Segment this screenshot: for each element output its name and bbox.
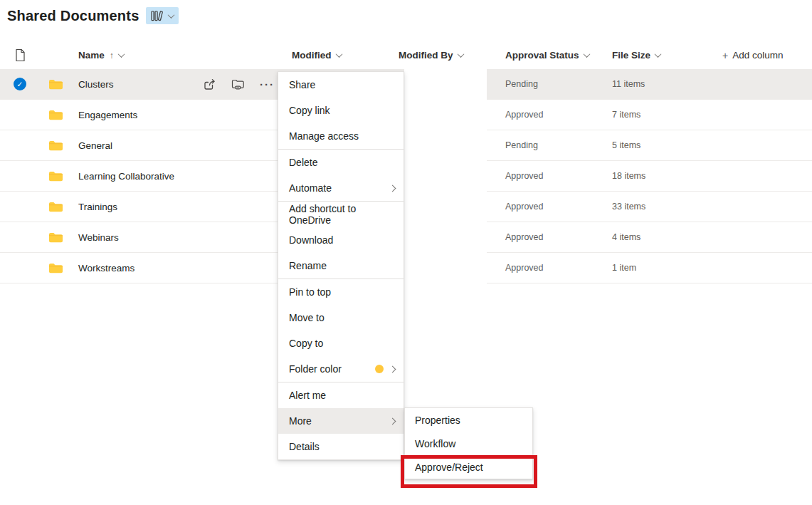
menu-item-label: Rename [289, 260, 327, 271]
submenu-item-approve-reject[interactable]: Approve/Reject [405, 455, 532, 479]
column-header-approval-status[interactable]: Approval Status [498, 50, 605, 61]
menu-item-share[interactable]: Share [278, 72, 404, 98]
menu-item-manage-access[interactable]: Manage access [278, 123, 404, 149]
folder-icon [48, 78, 63, 90]
copy-link-icon[interactable] [231, 78, 245, 90]
blank-overlay [404, 66, 487, 285]
menu-item-label: Copy link [289, 105, 330, 116]
folder-icon-cell [40, 262, 71, 274]
menu-item-folder-color[interactable]: Folder color [278, 356, 404, 382]
menu-item-accessories [375, 365, 395, 373]
submenu-item-properties[interactable]: Properties [405, 408, 532, 432]
column-label: Approval Status [505, 50, 579, 61]
file-size-value: 5 items [612, 140, 640, 150]
approval-status-value: Approved [505, 171, 544, 181]
chevron-down-icon [457, 51, 464, 58]
menu-item-accessories [390, 186, 395, 191]
shared-documents-page: Shared Documents Name ↑ Modified Modifie… [0, 0, 812, 505]
menu-item-delete[interactable]: Delete [278, 150, 404, 175]
folder-name-link[interactable]: Engagements [78, 110, 137, 120]
menu-item-move-to[interactable]: Move to [278, 305, 404, 330]
folder-icon [48, 201, 63, 213]
library-icon [151, 11, 164, 21]
library-icon-slot [151, 11, 164, 21]
folder-icon [48, 140, 63, 152]
folder-name-link[interactable]: Clusters [78, 79, 114, 90]
column-label: Name [78, 50, 105, 61]
file-size-cell: 18 items [605, 171, 715, 181]
menu-item-alert-me[interactable]: Alert me [278, 382, 404, 408]
menu-item-label: Delete [289, 157, 317, 168]
more-actions-icon[interactable]: ··· [260, 78, 275, 90]
approval-status-cell: Approved [498, 202, 605, 212]
library-view-selector[interactable] [146, 7, 179, 24]
column-header-name[interactable]: Name ↑ [71, 50, 285, 61]
add-column-label: Add column [732, 50, 783, 61]
row-select-cell[interactable]: ✓ [0, 78, 40, 90]
file-size-cell: 1 item [605, 263, 715, 273]
folder-name-link[interactable]: Webinars [78, 232, 119, 243]
titlebar: Shared Documents [7, 7, 179, 24]
folder-color-dot [375, 365, 384, 373]
menu-item-label: Manage access [289, 130, 359, 142]
share-icon[interactable] [204, 78, 216, 90]
folder-name-link[interactable]: Trainings [78, 202, 117, 212]
menu-item-copy-to[interactable]: Copy to [278, 330, 404, 356]
menu-item-label: Copy to [289, 338, 323, 349]
menu-item-label: Download [289, 234, 333, 246]
menu-item-label: Folder color [289, 363, 342, 375]
submenu-item-label: Properties [415, 415, 460, 426]
chevron-down-icon [168, 11, 175, 19]
approval-status-cell: Pending [498, 79, 605, 89]
menu-item-copy-link[interactable]: Copy link [278, 98, 404, 123]
menu-item-label: Share [289, 79, 315, 90]
name-cell: Engagements [71, 110, 285, 120]
menu-item-label: More [289, 415, 312, 427]
menu-item-rename[interactable]: Rename [278, 253, 404, 278]
folder-name-link[interactable]: Workstreams [78, 263, 135, 274]
add-column-button[interactable]: + Add column [715, 50, 812, 61]
column-header-modified-by[interactable]: Modified By [391, 50, 498, 61]
sort-ascending-icon: ↑ [110, 51, 114, 61]
folder-name-link[interactable]: Learning Collaborative [78, 171, 174, 182]
select-all-header[interactable] [0, 48, 40, 62]
menu-item-label: Add shortcut to OneDrive [289, 203, 395, 226]
approval-status-value: Approved [505, 202, 544, 212]
menu-item-automate[interactable]: Automate [278, 175, 404, 201]
approval-status-value: Approved [505, 263, 544, 273]
folder-icon [48, 262, 63, 274]
menu-item-more[interactable]: More [278, 408, 404, 434]
approval-status-cell: Approved [498, 263, 605, 273]
column-header-modified[interactable]: Modified [285, 50, 391, 61]
column-header-file-size[interactable]: File Size [605, 50, 715, 61]
chevron-down-icon [655, 51, 662, 58]
folder-icon-cell [40, 78, 71, 90]
file-size-cell: 7 items [605, 110, 715, 120]
name-cell: Clusters ··· [71, 79, 285, 90]
row-hover-actions: ··· [204, 79, 275, 90]
approval-status-value: Pending [505, 79, 538, 89]
chevron-down-icon [335, 51, 342, 58]
file-size-cell: 5 items [605, 140, 715, 150]
menu-item-details[interactable]: Details [278, 434, 404, 459]
submenu-item-workflow[interactable]: Workflow [405, 432, 532, 455]
file-size-value: 7 items [612, 110, 640, 120]
menu-item-label: Alert me [289, 390, 326, 401]
approval-status-cell: Approved [498, 171, 605, 181]
menu-item-download[interactable]: Download [278, 227, 404, 253]
folder-icon-cell [40, 201, 71, 213]
table-header: Name ↑ Modified Modified By Approval Sta… [0, 41, 812, 69]
folder-name-link[interactable]: General [78, 140, 112, 151]
folder-icon [48, 109, 63, 121]
folder-icon [48, 231, 63, 244]
folder-icon-cell [40, 109, 71, 121]
submenu-item-label: Workflow [415, 438, 455, 449]
menu-item-add-shortcut-to-onedrive[interactable]: Add shortcut to OneDrive [278, 202, 404, 227]
menu-item-pin-to-top[interactable]: Pin to top [278, 279, 404, 305]
select-all-document-icon[interactable] [15, 48, 26, 62]
menu-item-label: Move to [289, 312, 325, 323]
selected-check-icon[interactable]: ✓ [14, 78, 26, 90]
name-cell: General [71, 140, 285, 151]
file-size-cell: 4 items [605, 232, 715, 242]
approval-status-cell: Approved [498, 232, 605, 242]
